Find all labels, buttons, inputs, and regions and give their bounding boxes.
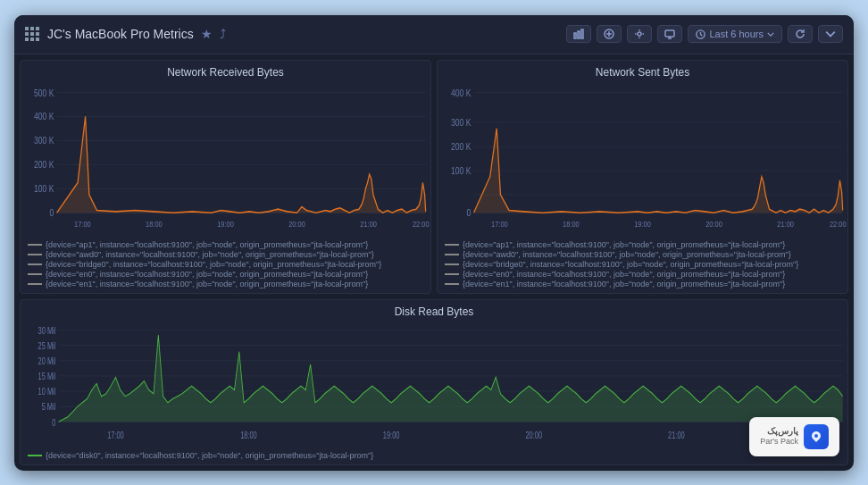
network-received-panel: Network Received Bytes 500 K 400 K 300 K…	[20, 60, 431, 294]
add-panel-button[interactable]	[597, 25, 622, 43]
legend-item: {device="en1", instance="localhost:9100"…	[445, 280, 840, 288]
watermark: پارس‌پک Par's Pack	[749, 417, 839, 456]
svg-text:20 Mil: 20 Mil	[38, 356, 56, 366]
svg-rect-2	[581, 29, 583, 38]
svg-text:200 K: 200 K	[34, 159, 54, 170]
legend-label: {device="awd0", instance="localhost:9100…	[46, 250, 374, 259]
disk-read-chart: 30 Mil 25 Mil 20 Mil 15 Mil 10 Mil 5 Mil…	[21, 320, 847, 447]
legend-color	[445, 273, 459, 275]
svg-text:20:00: 20:00	[288, 219, 305, 229]
svg-text:17:00: 17:00	[107, 430, 124, 439]
topbar-left: JC's MacBook Pro Metrics ★ ⤴	[25, 27, 566, 42]
time-range-button[interactable]: Last 6 hours	[688, 25, 782, 43]
legend-label: {device="ap1", instance="localhost:9100"…	[46, 240, 368, 249]
network-received-legend: {device="ap1", instance="localhost:9100"…	[21, 237, 430, 293]
watermark-text-block: پارس‌پک Par's Pack	[760, 426, 798, 447]
svg-text:17:00: 17:00	[491, 219, 508, 229]
svg-text:0: 0	[52, 417, 55, 427]
more-button[interactable]	[818, 25, 843, 43]
svg-marker-68	[59, 335, 843, 422]
monitor-button[interactable]	[657, 25, 682, 43]
svg-text:25 Mil: 25 Mil	[38, 340, 56, 350]
svg-rect-7	[665, 30, 674, 37]
svg-text:0: 0	[467, 207, 472, 218]
disk-read-panel: Disk Read Bytes 30 Mil 25 Mil 20 Mil 15 …	[20, 299, 848, 465]
svg-text:400 K: 400 K	[34, 111, 54, 121]
legend-item: {device="bridge0", instance="localhost:9…	[28, 260, 423, 269]
svg-text:22:00: 22:00	[413, 219, 430, 229]
topbar-right: Last 6 hours	[566, 25, 843, 43]
panels-grid: Network Received Bytes 500 K 400 K 300 K…	[14, 54, 854, 471]
network-received-title: Network Received Bytes	[21, 61, 430, 80]
time-range-label: Last 6 hours	[709, 29, 764, 39]
svg-text:21:00: 21:00	[668, 430, 685, 439]
svg-text:15 Mil: 15 Mil	[38, 372, 56, 381]
svg-text:0: 0	[50, 207, 54, 218]
svg-text:100 K: 100 K	[451, 165, 472, 176]
topbar: JC's MacBook Pro Metrics ★ ⤴ Last 6 hour…	[14, 15, 854, 54]
legend-label: {device="en0", instance="localhost:9100"…	[46, 270, 368, 279]
legend-item: {device="en0", instance="localhost:9100"…	[28, 270, 423, 279]
app-grid-icon	[25, 27, 40, 42]
star-icon[interactable]: ★	[201, 27, 213, 41]
svg-point-69	[814, 434, 818, 438]
disk-read-title: Disk Read Bytes	[21, 300, 847, 320]
dashboard: JC's MacBook Pro Metrics ★ ⤴ Last 6 hour…	[14, 15, 854, 471]
legend-label: {device="disk0", instance="localhost:910…	[46, 451, 373, 460]
svg-text:300 K: 300 K	[451, 117, 472, 128]
network-sent-title: Network Sent Bytes	[438, 61, 847, 80]
chart-type-button[interactable]	[566, 25, 591, 43]
watermark-icon	[804, 424, 829, 449]
svg-point-6	[638, 32, 641, 36]
svg-rect-1	[578, 31, 580, 38]
svg-text:18:00: 18:00	[146, 219, 163, 229]
legend-color	[28, 283, 42, 285]
legend-item: {device="awd0", instance="localhost:9100…	[445, 250, 840, 259]
svg-text:300 K: 300 K	[34, 135, 54, 146]
legend-color	[28, 244, 42, 246]
network-received-chart: 500 K 400 K 300 K 200 K 100 K 0 17:00 18…	[21, 80, 430, 237]
svg-text:20:00: 20:00	[705, 219, 722, 229]
svg-text:19:00: 19:00	[217, 219, 234, 229]
svg-text:10 Mil: 10 Mil	[38, 387, 56, 397]
svg-text:20:00: 20:00	[525, 430, 542, 439]
watermark-english: Par's Pack	[760, 437, 798, 447]
legend-label: {device="en1", instance="localhost:9100"…	[463, 280, 785, 288]
svg-text:30 Mil: 30 Mil	[38, 325, 56, 335]
legend-color	[445, 263, 459, 265]
settings-button[interactable]	[627, 25, 652, 43]
svg-rect-0	[574, 33, 576, 38]
legend-label: {device="bridge0", instance="localhost:9…	[46, 260, 381, 269]
svg-text:18:00: 18:00	[240, 430, 257, 439]
network-received-svg: 500 K 400 K 300 K 200 K 100 K 0 17:00 18…	[21, 80, 430, 237]
legend-color	[28, 455, 42, 456]
svg-text:22:00: 22:00	[830, 219, 847, 229]
svg-text:18:00: 18:00	[563, 219, 580, 229]
svg-text:19:00: 19:00	[383, 430, 400, 439]
network-sent-panel: Network Sent Bytes 400 K 300 K 200 K 100…	[437, 60, 848, 294]
legend-color	[28, 254, 42, 255]
svg-text:5 Mil: 5 Mil	[42, 402, 56, 412]
legend-label: {device="bridge0", instance="localhost:9…	[463, 260, 798, 269]
refresh-button[interactable]	[788, 25, 813, 43]
legend-item: {device="bridge0", instance="localhost:9…	[445, 260, 840, 269]
svg-text:21:00: 21:00	[360, 219, 377, 229]
legend-color	[28, 263, 42, 265]
network-sent-chart: 400 K 300 K 200 K 100 K 0 17:00 18:00 19…	[438, 80, 847, 237]
svg-text:17:00: 17:00	[74, 219, 91, 229]
legend-item: {device="awd0", instance="localhost:9100…	[28, 250, 423, 259]
legend-label: {device="awd0", instance="localhost:9100…	[463, 250, 791, 259]
svg-text:500 K: 500 K	[34, 87, 54, 97]
disk-read-svg: 30 Mil 25 Mil 20 Mil 15 Mil 10 Mil 5 Mil…	[21, 320, 847, 447]
svg-text:200 K: 200 K	[451, 141, 472, 152]
svg-text:21:00: 21:00	[777, 219, 794, 229]
share-icon[interactable]: ⤴	[220, 27, 226, 41]
legend-item: {device="ap1", instance="localhost:9100"…	[28, 240, 423, 249]
network-sent-svg: 400 K 300 K 200 K 100 K 0 17:00 18:00 19…	[438, 80, 847, 237]
legend-item: {device="disk0", instance="localhost:910…	[28, 451, 840, 460]
legend-item: {device="en0", instance="localhost:9100"…	[445, 270, 840, 279]
svg-text:100 K: 100 K	[34, 183, 54, 194]
legend-item: {device="en1", instance="localhost:9100"…	[28, 280, 423, 288]
legend-color	[445, 283, 459, 285]
disk-read-legend: {device="disk0", instance="localhost:910…	[21, 447, 847, 464]
